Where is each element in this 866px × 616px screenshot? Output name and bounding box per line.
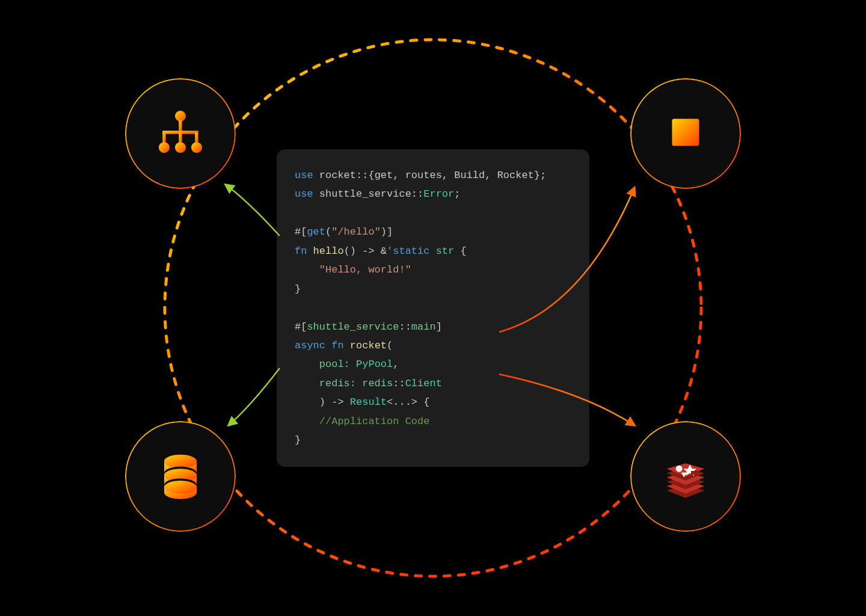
svg-rect-3	[162, 131, 198, 134]
svg-marker-31	[667, 472, 705, 485]
code-card: use rocket::{get, routes, Build, Rocket}…	[277, 149, 589, 467]
svg-rect-4	[162, 132, 165, 143]
svg-marker-30	[667, 476, 705, 489]
svg-rect-5	[179, 132, 182, 143]
hierarchy-icon	[153, 105, 207, 162]
svg-point-34	[676, 465, 683, 472]
svg-marker-33	[667, 463, 705, 476]
svg-point-8	[175, 142, 186, 153]
node-compute	[631, 79, 740, 188]
svg-point-26	[164, 478, 197, 491]
svg-marker-28	[667, 485, 705, 498]
diagram-stage: use rocket::{get, routes, Build, Rocket}…	[42, 31, 824, 585]
node-load-balancer	[126, 79, 235, 188]
svg-marker-29	[667, 481, 705, 494]
code-block: use rocket::{get, routes, Build, Rocket}…	[295, 166, 571, 450]
svg-rect-37	[691, 470, 699, 474]
svg-point-24	[164, 466, 197, 479]
svg-point-7	[159, 142, 170, 153]
svg-rect-6	[195, 132, 198, 143]
svg-marker-32	[667, 467, 705, 481]
redis-icon	[659, 448, 713, 505]
node-redis	[631, 422, 740, 531]
chip-icon	[659, 105, 713, 162]
svg-point-9	[191, 142, 202, 153]
svg-rect-10	[672, 119, 699, 146]
svg-point-25	[164, 469, 197, 482]
database-icon	[153, 448, 207, 505]
svg-point-27	[164, 481, 197, 494]
node-database	[126, 422, 235, 531]
svg-point-23	[164, 454, 197, 467]
svg-rect-2	[179, 120, 182, 132]
svg-marker-36	[681, 472, 687, 477]
svg-marker-35	[683, 464, 696, 476]
svg-point-1	[175, 111, 186, 122]
